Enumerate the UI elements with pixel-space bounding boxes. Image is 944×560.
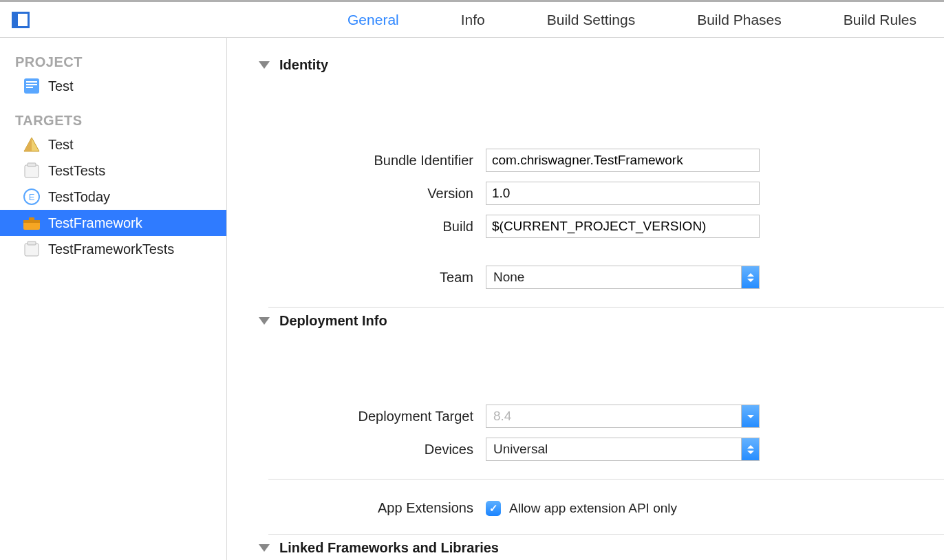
app-extension-checkbox[interactable]: ✓: [486, 501, 501, 516]
app-extensions-row: App Extensions ✓ Allow app extension API…: [227, 500, 944, 516]
version-label: Version: [267, 186, 473, 202]
disclosure-triangle-icon: [259, 544, 270, 552]
project-navigator: PROJECT Test TARGETS Test TestTests E Te…: [0, 38, 227, 560]
framework-icon: [22, 214, 41, 232]
devices-value: Universal: [486, 442, 741, 457]
deployment-target-combobox[interactable]: 8.4: [486, 405, 760, 428]
app-extension-checkbox-label: Allow app extension API only: [509, 501, 677, 516]
linked-frameworks-section: Linked Frameworks and Libraries: [227, 535, 944, 556]
disclosure-triangle-icon: [259, 61, 270, 69]
devices-select[interactable]: Universal: [486, 438, 760, 461]
build-input[interactable]: [486, 215, 760, 238]
targets-section-header: TARGETS: [0, 109, 226, 131]
unit-test-icon: [22, 162, 41, 180]
project-section-header: PROJECT: [0, 50, 226, 73]
build-label: Build: [267, 219, 473, 235]
unit-test-icon: [22, 240, 41, 258]
team-select[interactable]: None: [486, 266, 760, 289]
target-item-framework-tests[interactable]: TestFrameworkTests: [0, 236, 226, 262]
editor-tab-bar: General Info Build Settings Build Phases…: [0, 0, 944, 38]
chevron-down-icon: [741, 405, 759, 427]
tab-general[interactable]: General: [347, 12, 399, 28]
tab-build-rules[interactable]: Build Rules: [844, 12, 916, 28]
svg-rect-13: [25, 244, 39, 256]
identity-header[interactable]: Identity: [259, 52, 944, 73]
app-extensions-label: App Extensions: [267, 500, 473, 516]
left-panel-toggle[interactable]: [0, 12, 41, 28]
identity-title: Identity: [279, 57, 328, 73]
svg-text:E: E: [29, 192, 35, 202]
deployment-section: Deployment Info Deployment Target 8.4 De…: [227, 308, 944, 461]
target-item-tests[interactable]: TestTests: [0, 158, 226, 184]
identity-section: Identity Bundle Identifier Version Build…: [227, 52, 944, 289]
deployment-target-label: Deployment Target: [267, 409, 473, 424]
team-label: Team: [267, 270, 473, 286]
target-label: TestToday: [48, 189, 110, 205]
svg-rect-7: [28, 163, 36, 166]
svg-rect-2: [26, 84, 37, 85]
svg-rect-0: [24, 78, 39, 94]
extension-icon: E: [22, 188, 41, 206]
bundle-id-label: Bundle Identifier: [267, 153, 473, 169]
editor-tabs: General Info Build Settings Build Phases…: [41, 12, 944, 28]
target-label: Test: [48, 137, 74, 153]
disclosure-triangle-icon: [259, 317, 270, 325]
linked-frameworks-header[interactable]: Linked Frameworks and Libraries: [259, 535, 944, 556]
target-item-app[interactable]: Test: [0, 131, 226, 158]
svg-rect-6: [25, 165, 39, 177]
project-label: Test: [48, 78, 74, 94]
version-input[interactable]: [486, 182, 760, 205]
target-item-today[interactable]: E TestToday: [0, 184, 226, 210]
xcode-project-icon: [22, 77, 41, 95]
tab-build-phases[interactable]: Build Phases: [697, 12, 782, 28]
app-target-icon: [22, 136, 41, 153]
target-label: TestFrameworkTests: [48, 241, 174, 257]
target-item-framework[interactable]: TestFramework: [0, 210, 226, 236]
svg-rect-3: [26, 87, 33, 88]
panel-icon: [12, 12, 30, 28]
team-value: None: [486, 270, 741, 285]
devices-label: Devices: [267, 442, 473, 457]
tab-build-settings[interactable]: Build Settings: [547, 12, 635, 28]
linked-frameworks-title: Linked Frameworks and Libraries: [279, 540, 499, 556]
target-label: TestFramework: [48, 215, 142, 231]
svg-rect-14: [28, 241, 36, 245]
project-item[interactable]: Test: [0, 73, 226, 99]
updown-icon: [741, 266, 759, 288]
deployment-header[interactable]: Deployment Info: [259, 308, 944, 329]
deployment-title: Deployment Info: [279, 313, 387, 329]
target-label: TestTests: [48, 163, 105, 179]
bundle-id-input[interactable]: [486, 149, 760, 172]
deployment-target-value: 8.4: [486, 409, 741, 424]
tab-info[interactable]: Info: [461, 12, 485, 28]
updown-icon: [741, 438, 759, 460]
editor-content: Identity Bundle Identifier Version Build…: [227, 38, 944, 560]
svg-rect-12: [29, 217, 34, 221]
svg-rect-1: [26, 81, 37, 83]
